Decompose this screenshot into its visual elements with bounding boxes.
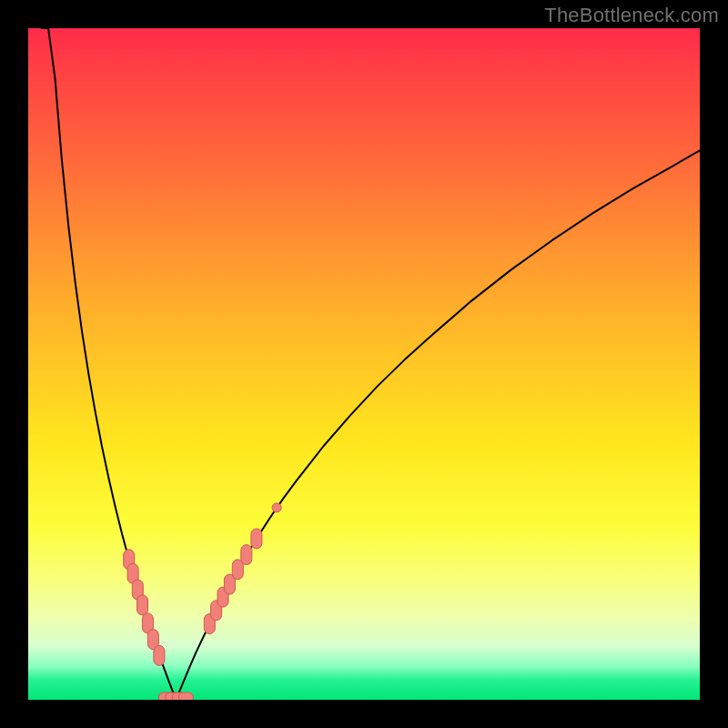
chart-frame: TheBottleneck.com	[0, 0, 728, 728]
marker-right-arm-markers	[241, 545, 252, 565]
bottom-border	[0, 700, 728, 728]
marker-outlier	[272, 503, 281, 512]
plot-area	[28, 28, 700, 700]
chart-svg	[28, 28, 700, 700]
marker-left-arm-markers	[137, 595, 148, 615]
marker-valley	[178, 693, 193, 700]
watermark-text: TheBottleneck.com	[544, 4, 719, 27]
marker-right-arm-markers	[251, 529, 262, 549]
marker-left-arm-markers	[154, 645, 165, 665]
marker-group	[124, 503, 281, 700]
